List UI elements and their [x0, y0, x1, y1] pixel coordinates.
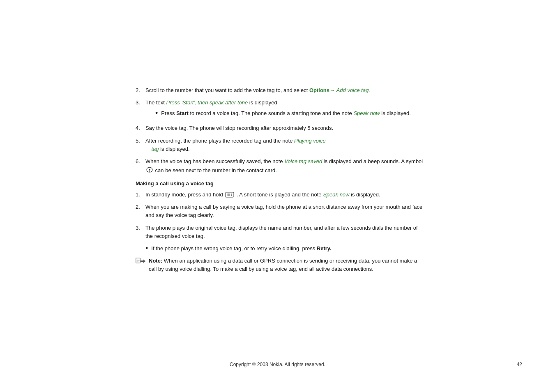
- phone-icon: [225, 192, 234, 200]
- bullet-text: Press Start to record a voice tag. The p…: [161, 109, 411, 118]
- retry-bullet-dot: •: [145, 244, 148, 253]
- options-link: Options→: [309, 87, 335, 93]
- list-item-6: 6. When the voice tag has been successfu…: [136, 157, 423, 175]
- section-list-item-3: 3. The phone plays the original voice ta…: [136, 224, 423, 240]
- page-container: 2. Scroll to the number that you want to…: [0, 0, 555, 392]
- item-content: In standby mode, press and hold . A shor…: [145, 191, 423, 199]
- note-block: Note: When an application using a data c…: [136, 257, 423, 273]
- svg-rect-8: [136, 258, 140, 263]
- voice-symbol-icon: [145, 166, 154, 175]
- svg-point-3: [149, 169, 150, 171]
- item-content: When you are making a call by saying a v…: [145, 203, 423, 219]
- bullet-dot: •: [155, 109, 158, 118]
- add-voice-tag-link: Add voice tag.: [336, 87, 370, 93]
- note-label: Note:: [149, 258, 162, 264]
- retry-text: If the phone plays the wrong voice tag, …: [151, 244, 331, 253]
- item-number: 2.: [136, 86, 145, 95]
- list-item-5: 5. After recording, the phone plays the …: [136, 137, 423, 153]
- page-number: 42: [517, 362, 522, 367]
- svg-marker-12: [140, 259, 145, 263]
- list-item-2: 2. Scroll to the number that you want to…: [136, 86, 423, 95]
- playing-voice-tag-text: Playing voice tag: [145, 138, 326, 152]
- section-list-item-1: 1. In standby mode, press and hold . A s…: [136, 191, 423, 199]
- list-item-3: 3. The text Press 'Start', then speak af…: [136, 99, 423, 120]
- section-list-item-2: 2. When you are making a call by saying …: [136, 203, 423, 219]
- voice-tag-saved-text: Voice tag saved: [284, 158, 322, 164]
- sub-bullet-list: • Press Start to record a voice tag. The…: [155, 109, 423, 118]
- bullet-item: • Press Start to record a voice tag. The…: [155, 109, 423, 118]
- section-heading: Making a call using a voice tag: [136, 180, 423, 187]
- item-number: 3.: [136, 224, 145, 232]
- press-start-text: Press 'Start', then speak after tone: [166, 99, 248, 106]
- note-icon: [136, 257, 147, 267]
- section-list: 1. In standby mode, press and hold . A s…: [136, 191, 423, 240]
- item-number: 3.: [136, 99, 145, 107]
- start-label: Start: [176, 110, 189, 116]
- item-content: When the voice tag has been successfully…: [145, 157, 423, 175]
- item-content: The text Press 'Start', then speak after…: [145, 99, 423, 120]
- item-number: 5.: [136, 137, 145, 145]
- list-item-4: 4. Say the voice tag. The phone will sto…: [136, 124, 423, 132]
- main-list: 2. Scroll to the number that you want to…: [136, 86, 423, 175]
- footer-copyright: Copyright © 2003 Nokia. All rights reser…: [0, 362, 555, 367]
- content-area: 2. Scroll to the number that you want to…: [136, 86, 423, 273]
- item-number: 1.: [136, 191, 145, 199]
- speak-now-text2: Speak now: [323, 191, 349, 198]
- item-number: 4.: [136, 124, 145, 132]
- item-content: Scroll to the number that you want to ad…: [145, 86, 423, 95]
- item-content: Say the voice tag. The phone will stop r…: [145, 124, 423, 132]
- speak-now-text: Speak now: [353, 110, 380, 116]
- item-content: After recording, the phone plays the rec…: [145, 137, 423, 153]
- item-number: 2.: [136, 203, 145, 211]
- retry-label: Retry.: [317, 245, 332, 251]
- item-content: The phone plays the original voice tag, …: [145, 224, 423, 240]
- retry-bullet: • If the phone plays the wrong voice tag…: [145, 244, 423, 253]
- copyright-text: Copyright © 2003 Nokia. All rights reser…: [230, 362, 325, 367]
- note-text: Note: When an application using a data c…: [149, 257, 423, 273]
- item-number: 6.: [136, 157, 145, 166]
